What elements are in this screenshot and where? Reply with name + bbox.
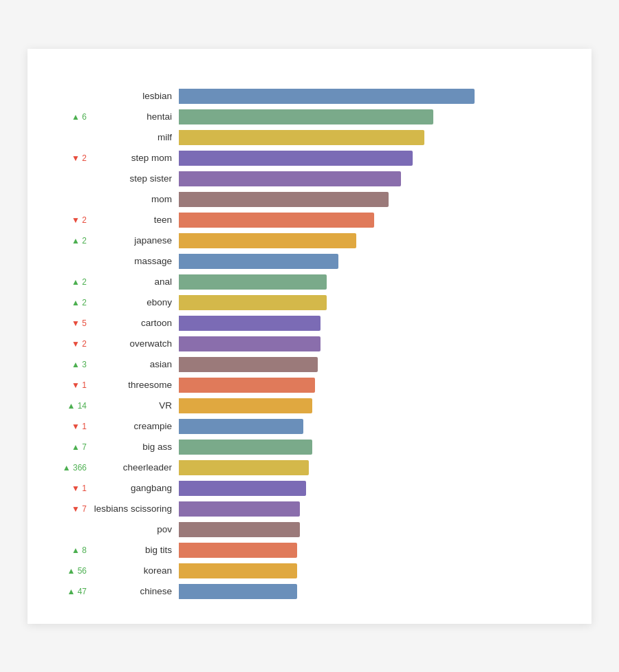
rank-cell: ▲ 47	[54, 581, 89, 602]
rank-up-icon: ▲ 2	[72, 277, 87, 287]
bar-label: overwatch	[89, 338, 179, 349]
bar	[179, 460, 309, 475]
bar-container	[179, 357, 569, 372]
rank-cell: ▲ 3	[54, 354, 89, 375]
bar-label: anal	[89, 277, 179, 287]
bar-container	[179, 398, 569, 413]
rank-down-icon: ▼ 1	[72, 484, 87, 493]
bar-row: asian	[89, 354, 569, 375]
bar-label: hentai	[89, 111, 179, 122]
bar-label: lesbians scissoring	[89, 503, 179, 514]
bar-row: anal	[89, 272, 569, 292]
bar-container	[179, 192, 569, 207]
rank-up-icon: ▲ 47	[67, 587, 87, 596]
rank-cell: ▼ 2	[54, 334, 89, 354]
bar-row: korean	[89, 561, 569, 581]
rank-up-icon: ▲ 3	[72, 360, 87, 369]
bar	[179, 151, 413, 166]
bar-container	[179, 543, 569, 558]
bar	[179, 543, 297, 558]
rank-down-icon: ▼ 2	[72, 153, 87, 163]
bar-label: pov	[89, 524, 179, 534]
bar-label: korean	[89, 565, 179, 576]
bar-label: teen	[89, 215, 179, 225]
bar-row: VR	[89, 395, 569, 416]
rank-down-icon: ▼ 1	[72, 422, 87, 431]
bar	[179, 130, 424, 145]
bar-container	[179, 378, 569, 393]
bar-container	[179, 563, 569, 578]
bar-label: chinese	[89, 586, 179, 596]
bar-container	[179, 171, 569, 186]
bar-container	[179, 254, 569, 269]
chart-card: ▲ 6▼ 2▼ 2▲ 2▲ 2▲ 2▼ 5▼ 2▲ 3▼ 1▲ 14▼ 1▲ 7…	[28, 49, 591, 624]
bar	[179, 192, 389, 207]
bar-row: cartoon	[89, 313, 569, 334]
rank-cell: ▼ 5	[54, 313, 89, 334]
rank-up-icon: ▲ 7	[72, 442, 87, 452]
rank-cell: ▲ 366	[54, 457, 89, 478]
bar-row: big ass	[89, 437, 569, 457]
rank-cell: ▲ 2	[54, 230, 89, 251]
bar-label: gangbang	[89, 483, 179, 493]
bar	[179, 440, 312, 455]
rank-down-icon: ▼ 2	[72, 339, 87, 349]
bar-container	[179, 501, 569, 517]
rank-cell: ▼ 2	[54, 148, 89, 169]
rank-up-icon: ▲ 8	[72, 545, 87, 555]
bar-label: step sister	[89, 173, 179, 184]
bar	[179, 481, 306, 496]
bar-row: big tits	[89, 540, 569, 561]
bar-container	[179, 440, 569, 455]
bar-row: creampie	[89, 416, 569, 437]
rank-up-icon: ▲ 366	[63, 463, 87, 473]
bar-label: big ass	[89, 442, 179, 452]
bar	[179, 233, 356, 248]
rank-down-icon: ▼ 5	[72, 318, 87, 328]
bar-label: lesbian	[89, 91, 179, 101]
bar	[179, 254, 338, 269]
bar-row: milf	[89, 127, 569, 148]
bar-container	[179, 89, 569, 104]
bar	[179, 419, 303, 434]
bar-label: creampie	[89, 421, 179, 431]
bar	[179, 336, 321, 351]
bar-row: massage	[89, 251, 569, 272]
bar	[179, 295, 327, 310]
bar-row: lesbians scissoring	[89, 499, 569, 519]
bar-label: asian	[89, 359, 179, 369]
bar	[179, 109, 433, 124]
bar-container	[179, 336, 569, 351]
rank-cell	[54, 189, 89, 210]
bar-label: mom	[89, 194, 179, 204]
chart-area: ▲ 6▼ 2▼ 2▲ 2▲ 2▲ 2▼ 5▼ 2▲ 3▼ 1▲ 14▼ 1▲ 7…	[50, 86, 569, 602]
bar-row: threesome	[89, 375, 569, 395]
bar-container	[179, 109, 569, 124]
bar-container	[179, 481, 569, 496]
bar-row: lesbian	[89, 86, 569, 107]
bar-container	[179, 233, 569, 248]
rank-cell: ▼ 2	[54, 210, 89, 230]
rank-cell: ▲ 14	[54, 395, 89, 416]
rank-cell: ▼ 1	[54, 416, 89, 437]
bar-label: cheerleader	[89, 462, 179, 473]
bar-container	[179, 316, 569, 331]
bar-label: cartoon	[89, 318, 179, 328]
bar	[179, 89, 475, 104]
bar-container	[179, 151, 569, 166]
bar-row: cheerleader	[89, 457, 569, 478]
bar-row: step sister	[89, 169, 569, 189]
bar	[179, 316, 321, 331]
rank-cell	[54, 86, 89, 107]
bar-label: ebony	[89, 297, 179, 307]
rank-cell: ▲ 6	[54, 107, 89, 127]
bar-label: milf	[89, 132, 179, 142]
bar-label: japanese	[89, 235, 179, 246]
rank-up-icon: ▲ 6	[72, 112, 87, 122]
bar	[179, 563, 297, 578]
rank-cell: ▲ 56	[54, 561, 89, 581]
bar	[179, 171, 401, 186]
bar-label: threesome	[89, 380, 179, 390]
rank-up-icon: ▲ 2	[72, 298, 87, 307]
bar	[179, 213, 374, 228]
